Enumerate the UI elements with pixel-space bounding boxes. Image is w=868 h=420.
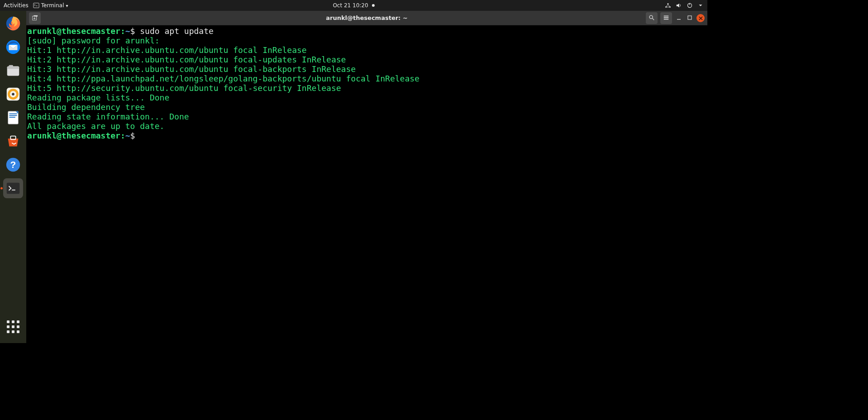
output-line: [sudo] password for arunkl:	[27, 36, 160, 45]
command-text: sudo apt update	[140, 26, 214, 36]
gnome-top-bar: Activities Terminal Oct 21 10:20	[0, 0, 707, 11]
network-icon[interactable]	[665, 2, 671, 9]
output-line: Building dependency tree	[27, 102, 145, 112]
dock-firefox[interactable]	[3, 14, 23, 33]
svg-point-26	[649, 15, 653, 19]
search-icon	[649, 14, 655, 22]
svg-rect-23	[12, 190, 15, 191]
dock-rhythmbox[interactable]	[3, 84, 23, 104]
svg-rect-28	[664, 17, 669, 18]
svg-rect-17	[9, 117, 15, 118]
output-line: Hit:4 http://ppa.launchpad.net/longsleep…	[27, 74, 420, 83]
search-button[interactable]	[646, 12, 658, 24]
show-applications-button[interactable]	[3, 317, 23, 337]
terminal-small-icon	[33, 2, 39, 9]
svg-rect-5	[689, 3, 690, 5]
svg-point-2	[665, 6, 667, 8]
dock-writer[interactable]	[3, 108, 23, 128]
hamburger-menu-button[interactable]	[660, 12, 672, 24]
svg-rect-22	[7, 183, 20, 194]
minimize-button[interactable]	[675, 14, 683, 22]
svg-rect-27	[664, 15, 669, 16]
output-line: Hit:5 http://security.ubuntu.com/ubuntu …	[27, 83, 341, 93]
output-line: Hit:3 http://in.archive.ubuntu.com/ubunt…	[27, 64, 356, 74]
svg-point-3	[669, 6, 671, 8]
svg-rect-31	[688, 16, 692, 19]
volume-icon[interactable]	[676, 2, 682, 9]
output-line: Hit:2 http://in.archive.ubuntu.com/ubunt…	[27, 55, 346, 64]
ubuntu-software-icon	[4, 132, 22, 150]
dock-files[interactable]	[3, 61, 23, 81]
app-menu-label: Terminal	[41, 2, 64, 9]
window-title: arunkl@thesecmaster: ~	[326, 14, 407, 21]
svg-rect-0	[33, 3, 39, 8]
prompt-symbol: $	[130, 131, 135, 140]
libreoffice-writer-icon	[4, 109, 22, 127]
close-icon	[699, 15, 703, 22]
prompt-path: ~	[125, 131, 130, 140]
svg-rect-15	[9, 114, 17, 115]
clock-text: Oct 21 10:20	[333, 2, 368, 9]
terminal-titlebar: arunkl@thesecmaster: ~	[26, 11, 707, 25]
system-menu-chevron-icon[interactable]	[697, 2, 704, 9]
notification-dot-icon	[372, 4, 375, 7]
svg-rect-25	[33, 15, 38, 17]
maximize-button[interactable]	[686, 14, 694, 22]
prompt-path: ~	[125, 26, 130, 36]
svg-point-1	[668, 3, 669, 5]
terminal-icon	[4, 179, 22, 197]
output-line: Reading state information... Done	[27, 112, 189, 121]
output-line: All packages are up to date.	[27, 121, 164, 131]
help-icon: ?	[4, 156, 22, 174]
app-menu-terminal[interactable]: Terminal	[33, 2, 68, 9]
hamburger-icon	[663, 14, 669, 22]
minimize-icon	[676, 15, 682, 22]
terminal-content[interactable]: arunkl@thesecmaster:~$ sudo apt update […	[26, 25, 707, 343]
new-tab-button[interactable]	[29, 12, 41, 24]
close-button[interactable]	[696, 14, 705, 22]
prompt-symbol: $	[130, 26, 135, 36]
firefox-icon	[4, 14, 22, 33]
dock-software[interactable]	[3, 131, 23, 151]
power-icon[interactable]	[687, 2, 693, 9]
output-line: Reading package lists... Done	[27, 93, 169, 102]
dock-terminal[interactable]	[3, 178, 23, 198]
svg-rect-10	[9, 65, 14, 68]
prompt-user-host: arunkl@thesecmaster	[27, 131, 120, 140]
svg-point-13	[12, 93, 14, 95]
svg-text:?: ?	[10, 159, 16, 170]
clock[interactable]: Oct 21 10:20	[333, 2, 374, 9]
prompt-user-host: arunkl@thesecmaster	[27, 26, 120, 36]
thunderbird-icon	[4, 38, 22, 56]
dock-thunderbird[interactable]	[3, 37, 23, 57]
svg-rect-29	[664, 19, 669, 19]
svg-rect-16	[9, 115, 17, 116]
maximize-icon	[687, 15, 692, 22]
files-icon	[4, 62, 22, 80]
output-line: Hit:1 http://in.archive.ubuntu.com/ubunt…	[27, 45, 307, 55]
rhythmbox-icon	[4, 85, 22, 103]
ubuntu-dock: ?	[0, 11, 26, 343]
svg-rect-30	[677, 19, 681, 20]
terminal-window: arunkl@thesecmaster: ~ arunkl	[26, 11, 707, 343]
activities-button[interactable]: Activities	[4, 2, 29, 9]
dock-help[interactable]: ?	[3, 155, 23, 175]
